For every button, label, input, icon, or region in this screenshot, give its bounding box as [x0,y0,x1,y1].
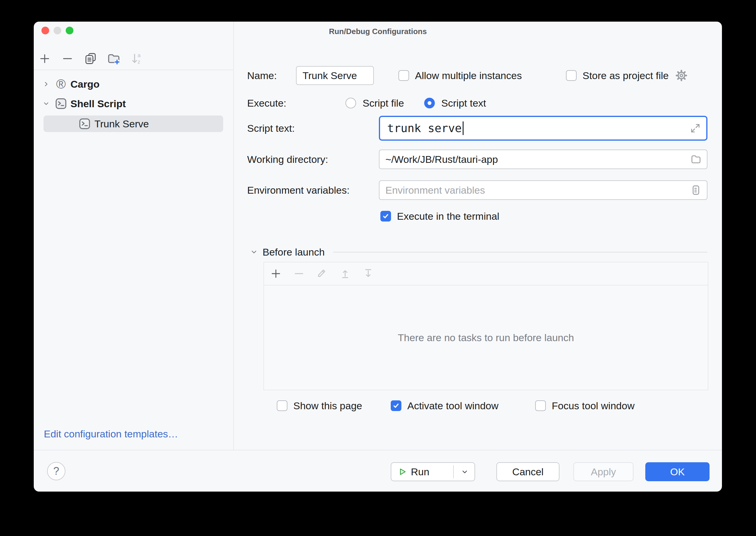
execute-in-terminal-checkbox[interactable] [380,211,391,221]
script-file-radio-label[interactable]: Script file [362,97,404,109]
apply-button: Apply [573,462,633,481]
tree-item-label: Trunk Serve [94,118,149,130]
before-launch-empty-message: There are no tasks to run before launch [264,285,708,390]
environment-variables-label: Environment variables: [247,180,350,200]
cancel-button-label: Cancel [512,466,544,478]
browse-folder-icon[interactable] [690,154,702,165]
allow-multiple-instances-label: Allow multiple instances [415,70,522,82]
chevron-down-icon[interactable] [250,248,258,256]
execute-in-terminal-label: Execute in the terminal [397,211,499,222]
configurations-sidebar: a z ® Cargo [34,21,234,450]
activate-tool-window-label: Activate tool window [407,400,498,412]
run-options-chevron-icon[interactable] [460,467,469,476]
dialog-body: a z ® Cargo [34,21,722,450]
apply-button-label: Apply [591,466,616,478]
tree-item-label: Shell Script [71,98,126,110]
focus-tool-window-option[interactable]: Focus tool window [535,396,635,415]
environment-variables-placeholder: Environment variables [385,184,485,196]
sidebar-toolbar: a z [34,21,233,70]
remove-task-icon [293,267,305,280]
before-launch-toolbar [264,262,708,285]
show-this-page-option[interactable]: Show this page [277,396,362,415]
script-text-value: trunk serve [387,122,462,135]
edit-variables-icon[interactable] [690,184,702,196]
execute-mode-radio-group: Script file Script text [345,94,486,113]
run-button-label: Run [411,466,429,478]
script-text-input[interactable]: trunk serve [379,116,708,141]
chevron-right-icon[interactable] [42,80,50,88]
expand-field-icon[interactable] [690,122,701,134]
script-text-radio[interactable] [424,98,435,108]
environment-variables-input[interactable]: Environment variables [379,180,708,200]
text-cursor [463,121,463,135]
tree-item-label: Cargo [71,79,100,90]
gear-icon[interactable] [675,69,688,82]
working-directory-input[interactable]: ~/Work/JB/Rust/tauri-app [379,150,708,169]
move-task-down-icon [362,267,375,280]
new-folder-icon[interactable] [107,52,120,65]
before-launch-section-header[interactable]: Before launch [250,243,708,261]
script-file-radio[interactable] [345,98,356,108]
edit-task-icon [316,267,329,280]
svg-text:a: a [138,52,141,58]
shell-script-icon [54,97,68,110]
run-debug-configurations-dialog: Run/Debug Configurations [34,21,722,491]
chevron-down-icon[interactable] [42,100,50,108]
tree-item-trunk-serve-selected[interactable]: Trunk Serve [44,116,223,132]
focus-tool-window-checkbox[interactable] [535,400,546,411]
store-as-project-file-label: Store as project file [583,70,669,82]
execute-label: Execute: [247,94,286,113]
svg-text:z: z [138,59,140,65]
name-label: Name: [247,66,277,85]
name-value: Trunk Serve [302,70,357,82]
store-as-project-file-checkbox[interactable] [566,70,577,81]
execute-in-terminal-option[interactable]: Execute in the terminal [380,207,499,226]
run-play-icon [398,467,407,476]
store-as-project-file-option[interactable]: Store as project file [566,66,688,85]
show-this-page-label: Show this page [293,400,362,412]
dialog-footer: ? Run Cancel Apply OK [34,450,722,491]
move-task-up-icon [339,267,352,280]
sort-configurations-icon: a z [130,52,143,65]
ok-button[interactable]: OK [645,462,709,481]
activate-tool-window-checkbox[interactable] [391,400,401,411]
allow-multiple-instances-checkbox[interactable] [398,70,409,81]
script-text-radio-label[interactable]: Script text [441,97,486,109]
allow-multiple-instances-option[interactable]: Allow multiple instances [398,66,522,85]
cargo-icon: ® [54,78,68,91]
working-directory-label: Working directory: [247,150,328,169]
run-button-divider [453,465,454,478]
run-button[interactable]: Run [391,462,475,481]
focus-tool-window-label: Focus tool window [552,400,635,412]
cancel-button[interactable]: Cancel [496,462,559,481]
configuration-form: Name: Trunk Serve Allow multiple instanc… [234,21,722,450]
script-text-label: Script text: [247,119,295,138]
copy-configuration-icon[interactable] [84,52,97,65]
working-directory-value: ~/Work/JB/Rust/tauri-app [385,154,498,165]
before-launch-tasks-panel: There are no tasks to run before launch [264,262,709,390]
tree-item-cargo[interactable]: ® Cargo [34,75,233,93]
activate-tool-window-option[interactable]: Activate tool window [391,396,498,415]
show-this-page-checkbox[interactable] [277,400,287,411]
shell-script-icon [79,118,91,130]
tree-item-shell-script[interactable]: Shell Script [34,94,233,113]
section-rule [333,252,708,252]
add-configuration-icon[interactable] [38,52,51,65]
name-input[interactable]: Trunk Serve [296,66,374,85]
add-task-icon[interactable] [269,267,282,280]
edit-configuration-templates-link[interactable]: Edit configuration templates… [44,424,178,443]
help-glyph: ? [53,465,59,477]
help-button[interactable]: ? [47,462,65,480]
ok-button-label: OK [670,466,685,478]
remove-configuration-icon[interactable] [61,52,74,65]
before-launch-title: Before launch [263,247,325,258]
